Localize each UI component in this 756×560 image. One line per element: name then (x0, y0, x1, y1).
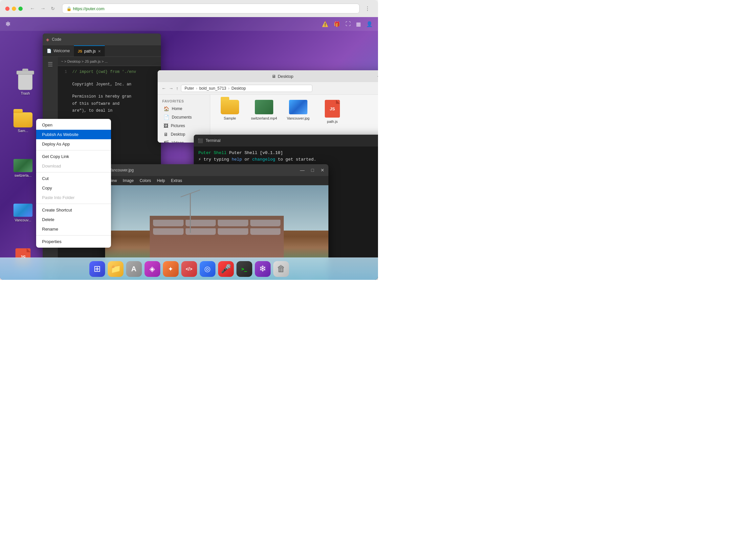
taskbar-code-icon[interactable]: </> (181, 261, 197, 277)
folder-image (14, 112, 33, 127)
code-breadcrumb: ~ > Desktop > JS path.js > ... (58, 57, 161, 66)
cm-rename[interactable]: Rename (36, 224, 111, 234)
cm-get-copy-link[interactable]: Get Copy Link (36, 152, 111, 161)
pathjs-tab-close[interactable]: ✕ (98, 49, 101, 54)
video-thumbnail (14, 159, 33, 172)
fm-back-button[interactable]: ← (162, 86, 166, 91)
cm-publish-website[interactable]: Publish As Website (36, 130, 111, 139)
trash-desktop-icon[interactable]: Trash (18, 73, 33, 95)
antenna (190, 193, 191, 233)
gift-icon[interactable]: 🎁 (334, 21, 340, 27)
favorites-header: Favorites (158, 98, 210, 104)
user-icon[interactable]: 👤 (366, 21, 373, 27)
code-titlebar: ◈ Code (43, 34, 161, 45)
desktop-window-icon: 🖥 (271, 74, 276, 79)
image-viewer-menubar: View Image Colors Help Extras (105, 176, 328, 185)
terminal-hint-line: ⚡ try typing help or changelog to get st… (198, 157, 378, 162)
code-icon: ◈ (46, 37, 49, 42)
cm-properties[interactable]: Properties (36, 237, 111, 246)
browser-frame: ← → ↻ 🔒 https://puter.com ⋮ ❄ ⚠️ 🎁 ⛶ ▦ 👤 (0, 0, 378, 280)
pictures-label: Pictures (171, 123, 185, 128)
reload-button[interactable]: ↻ (49, 4, 57, 13)
terminal-icon: ⬛ (198, 138, 203, 143)
cm-create-shortcut[interactable]: Create Shortcut (36, 205, 111, 215)
sample-folder-image (221, 100, 239, 114)
browser-titlebar: ← → ↻ 🔒 https://puter.com ⋮ (0, 0, 378, 17)
puter-desktop: ❄ ⚠️ 🎁 ⛶ ▦ 👤 Trash Sam... (0, 17, 378, 280)
sidebar-item-documents[interactable]: 📄 Documents (159, 113, 208, 121)
pathjs-tab[interactable]: JS path.js ✕ (74, 45, 105, 57)
fullscreen-icon[interactable]: ⛶ (346, 21, 351, 27)
warning-icon[interactable]: ⚠️ (322, 21, 328, 27)
taskbar-tools-icon[interactable]: ✦ (163, 261, 179, 277)
switzerland-video-thumb (255, 100, 273, 114)
desktop-files: Sam... switzerla... Vancouv... JS (10, 112, 36, 271)
switzerland-video-icon[interactable]: switzerla... (10, 159, 36, 177)
fm-up-button[interactable]: ↑ (176, 86, 178, 91)
taskbar-font-icon[interactable]: A (126, 261, 142, 277)
iv-menu-colors[interactable]: Colors (140, 178, 151, 183)
building-windows (150, 216, 284, 239)
cm-copy[interactable]: Copy (36, 183, 111, 193)
sidebar-item-home[interactable]: 🏠 Home (159, 104, 208, 113)
cm-deploy-app[interactable]: Deploy As App (36, 139, 111, 149)
file-item-vancouver[interactable]: Vancouver.jpg (285, 100, 311, 120)
bc-puter[interactable]: Puter (185, 86, 194, 91)
forward-nav-button[interactable]: → (38, 4, 48, 13)
taskbar-trash-icon[interactable]: 🗑 (273, 261, 289, 277)
welcome-tab[interactable]: 📄 Welcome (43, 45, 74, 57)
pictures-icon: 🖼 (164, 123, 168, 128)
pathjs-tab-label: path.js (84, 49, 96, 54)
file-item-sample[interactable]: Sample (217, 100, 243, 120)
desktop-icon-small: 🖥 (164, 132, 168, 137)
vancouver-image-icon[interactable]: Vancouv... (10, 204, 36, 222)
image-viewer-controls: — □ ✕ (300, 167, 325, 173)
file-manager-navbar: ← → ↑ Puter › bold_sun_5713 › Desktop (158, 82, 378, 95)
bc-desktop[interactable]: Desktop (231, 86, 246, 91)
taskbar-globe-icon[interactable]: ◎ (200, 261, 216, 277)
close-button[interactable] (5, 6, 9, 11)
code-tabs: 📄 Welcome JS path.js ✕ (43, 45, 161, 57)
cm-open[interactable]: Open (36, 120, 111, 130)
terminal-title: Terminal (206, 138, 220, 143)
pathjs-file-image: JS (325, 100, 340, 118)
iv-minimize[interactable]: — (300, 167, 305, 173)
pathjs-tab-icon: JS (78, 49, 82, 53)
sidebar-item-pictures[interactable]: 🖼 Pictures (159, 121, 208, 130)
iv-close[interactable]: ✕ (321, 167, 325, 173)
trash-label: Trash (21, 91, 30, 95)
taskbar-grid-icon[interactable]: ⊞ (89, 261, 105, 277)
minimize-window-button[interactable]: — (377, 73, 378, 79)
qr-icon[interactable]: ▦ (356, 21, 361, 27)
welcome-tab-label: Welcome (54, 48, 70, 53)
iv-menu-image[interactable]: Image (123, 178, 134, 183)
taskbar-mic-icon[interactable]: 🎤 (218, 261, 234, 277)
iv-menu-help[interactable]: Help (157, 178, 165, 183)
vancouver-img-thumb (289, 100, 307, 114)
terminal-version-line: Puter Shell Puter Shell [v0.1.10] (198, 151, 378, 155)
taskbar-terminal-icon[interactable]: >_ (237, 261, 252, 277)
maximize-button[interactable] (18, 6, 23, 11)
switzerland-file-label: switzerland.mp4 (251, 116, 277, 120)
desktop-window-title: Desktop (278, 74, 293, 79)
cm-sep-2 (36, 172, 111, 173)
file-item-pathjs[interactable]: JS path.js (319, 100, 346, 123)
taskbar-folder-icon[interactable]: 📁 (108, 261, 123, 277)
back-nav-button[interactable]: ← (28, 4, 37, 13)
taskbar-puter-icon[interactable]: ❄ (255, 261, 271, 277)
minimize-button[interactable] (12, 6, 16, 11)
cm-delete[interactable]: Delete (36, 215, 111, 224)
taskbar-blocks-icon[interactable]: ◈ (144, 261, 160, 277)
context-menu: Open Publish As Website Deploy As App Ge… (36, 119, 111, 248)
bc-user[interactable]: bold_sun_5713 (199, 86, 226, 91)
traffic-lights (5, 6, 23, 11)
iv-menu-extras[interactable]: Extras (171, 178, 182, 183)
fm-forward-button[interactable]: → (169, 86, 173, 91)
iv-maximize[interactable]: □ (311, 167, 314, 173)
explorer-icon[interactable]: ☰ (46, 59, 54, 69)
browser-menu-button[interactable]: ⋮ (362, 4, 373, 13)
cm-cut[interactable]: Cut (36, 174, 111, 183)
sample-folder-icon[interactable]: Sam... (10, 112, 36, 133)
file-item-switzerland[interactable]: switzerland.mp4 (251, 100, 277, 120)
address-bar[interactable]: 🔒 https://puter.com (62, 4, 360, 14)
